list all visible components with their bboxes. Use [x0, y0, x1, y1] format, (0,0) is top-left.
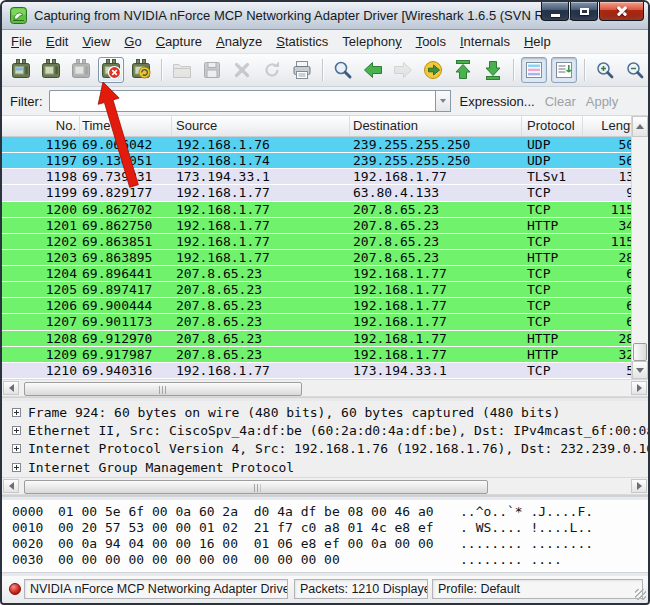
detail-line[interactable]: Frame 924: 60 bytes on wire (480 bits), …	[2, 403, 648, 421]
menu-go[interactable]: Go	[117, 31, 148, 52]
scroll-left-button[interactable]	[3, 479, 19, 493]
cell-time: 69.066042	[80, 137, 172, 152]
vscroll-thumb[interactable]	[633, 343, 647, 361]
packet-row-1204[interactable]: 120469.896441207.8.65.23192.168.1.77TCP6…	[2, 266, 648, 282]
hex-line[interactable]: 003000 00 00 00 00 00 00 00 00 00 00 00.…	[12, 552, 648, 568]
cell-destination: 192.168.1.77	[350, 331, 522, 346]
print-button[interactable]	[289, 57, 315, 83]
packet-row-1197[interactable]: 119769.134051192.168.1.74239.255.255.250…	[2, 153, 648, 169]
wireshark-window: Capturing from NVIDIA nForce MCP Network…	[0, 0, 650, 605]
reload-button[interactable]	[259, 57, 285, 83]
save-file-button[interactable]	[199, 57, 225, 83]
go-to-bottom-button[interactable]	[480, 57, 506, 83]
close-button[interactable]	[599, 2, 644, 21]
go-forward-button[interactable]	[390, 57, 416, 83]
column-header-source[interactable]: Source	[172, 116, 350, 136]
cell-destination: 207.8.65.23	[350, 202, 522, 217]
column-header-destination[interactable]: Destination	[350, 116, 522, 136]
menu-telephony[interactable]: Telephony	[335, 31, 408, 52]
menu-statistics[interactable]: Statistics	[269, 31, 335, 52]
list-interfaces-button[interactable]	[8, 57, 34, 83]
column-header-time[interactable]: Time	[80, 116, 172, 136]
column-header-protocol[interactable]: Protocol	[522, 116, 583, 136]
find-packet-button[interactable]	[330, 57, 356, 83]
cell-source: 207.8.65.23	[172, 266, 350, 281]
expand-plus-icon[interactable]	[12, 426, 21, 435]
expression-button[interactable]: Expression...	[460, 94, 535, 109]
column-header-no[interactable]: No.	[2, 116, 80, 136]
start-capture-button[interactable]	[68, 57, 94, 83]
menu-capture[interactable]: Capture	[149, 31, 209, 52]
menu-internals[interactable]: Internals	[453, 31, 517, 52]
filter-input[interactable]	[49, 90, 435, 112]
expand-plus-icon[interactable]	[12, 444, 21, 453]
scroll-right-button[interactable]	[631, 381, 647, 395]
go-back-button[interactable]	[360, 57, 386, 83]
menu-file[interactable]: File	[4, 31, 39, 52]
packet-row-1207[interactable]: 120769.901173207.8.65.23192.168.1.77TCP6…	[2, 314, 648, 330]
stop-capture-button[interactable]	[98, 57, 124, 83]
go-to-top-button[interactable]	[450, 57, 476, 83]
chevron-down-icon	[440, 99, 446, 103]
menu-view[interactable]: View	[75, 31, 117, 52]
detail-line[interactable]: Internet Protocol Version 4, Src: 192.16…	[2, 440, 648, 458]
cell-protocol: TCP	[522, 202, 583, 217]
cell-no: 1198	[2, 169, 80, 184]
detail-line[interactable]: Ethernet II, Src: CiscoSpv_4a:df:be (60:…	[2, 421, 648, 439]
packet-row-1206[interactable]: 120669.900444207.8.65.23192.168.1.77TCP6…	[2, 298, 648, 314]
packet-row-1208[interactable]: 120869.912970207.8.65.23192.168.1.77HTTP…	[2, 331, 648, 347]
packet-row-1196[interactable]: 119669.066042192.168.1.76239.255.255.250…	[2, 137, 648, 153]
minimize-button[interactable]	[541, 2, 569, 21]
title-bar[interactable]: Capturing from NVIDIA nForce MCP Network…	[2, 2, 648, 30]
cell-no: 1205	[2, 282, 80, 297]
triangle-left-icon	[9, 482, 14, 490]
hscroll-thumb[interactable]	[24, 382, 302, 396]
menu-bar: FileEditViewGoCaptureAnalyzeStatisticsTe…	[2, 30, 648, 54]
open-file-button[interactable]	[169, 57, 195, 83]
maximize-button[interactable]	[570, 2, 598, 21]
hscroll-thumb[interactable]	[24, 480, 488, 494]
hex-line[interactable]: 001000 20 57 53 00 00 01 02 21 f7 c0 a8 …	[12, 520, 648, 536]
hex-line[interactable]: 000001 00 5e 6f 00 0a 60 2a d0 4a df be …	[12, 504, 648, 520]
expand-plus-icon[interactable]	[12, 463, 21, 472]
scroll-left-button[interactable]	[3, 381, 19, 395]
packet-row-1209[interactable]: 120969.917987207.8.65.23192.168.1.77HTTP…	[2, 347, 648, 363]
capture-options-button[interactable]	[38, 57, 64, 83]
cell-protocol: TCP	[522, 298, 583, 313]
detail-line[interactable]: Internet Group Management Protocol	[2, 458, 648, 476]
packet-list-hscrollbar[interactable]	[2, 379, 648, 397]
packet-row-1201[interactable]: 120169.862750192.168.1.77207.8.65.23HTTP…	[2, 218, 648, 234]
scroll-right-button[interactable]	[631, 479, 647, 493]
hex-line[interactable]: 002000 0a 94 04 00 00 16 00 01 06 e8 ef …	[12, 536, 648, 552]
scroll-down-button[interactable]	[632, 361, 648, 379]
packet-row-1198[interactable]: 119869.739231173.194.33.1192.168.1.77TLS…	[2, 169, 648, 185]
clear-button[interactable]: Clear	[545, 94, 576, 109]
filter-dropdown-button[interactable]	[435, 90, 451, 112]
zoom-in-button[interactable]	[592, 57, 618, 83]
packet-row-1199[interactable]: 119969.829177192.168.1.7763.80.4.133TCP9…	[2, 185, 648, 201]
scroll-up-button[interactable]	[632, 116, 648, 137]
colorize-button[interactable]	[521, 57, 547, 83]
go-to-packet-button[interactable]	[420, 57, 446, 83]
packet-row-1210[interactable]: 121069.940316192.168.1.77173.194.33.1TCP…	[2, 363, 648, 379]
expand-plus-icon[interactable]	[12, 408, 21, 417]
close-file-button[interactable]	[229, 57, 255, 83]
menu-help[interactable]: Help	[517, 31, 558, 52]
packet-list-vscrollbar[interactable]	[631, 116, 648, 379]
restart-capture-button[interactable]	[128, 57, 154, 83]
apply-button[interactable]: Apply	[586, 94, 619, 109]
go-forward-icon	[391, 58, 415, 82]
zoom-out-button[interactable]	[622, 57, 648, 83]
cell-source: 192.168.1.77	[172, 363, 350, 378]
packet-row-1205[interactable]: 120569.897417207.8.65.23192.168.1.77TCP6…	[2, 282, 648, 298]
menu-edit[interactable]: Edit	[39, 31, 75, 52]
packet-row-1202[interactable]: 120269.863851192.168.1.77207.8.65.23TCP1…	[2, 234, 648, 250]
details-hscrollbar[interactable]	[2, 477, 648, 495]
resize-grip[interactable]	[635, 589, 646, 600]
packet-row-1200[interactable]: 120069.862702192.168.1.77207.8.65.23TCP1…	[2, 202, 648, 218]
packet-row-1203[interactable]: 120369.863895192.168.1.77207.8.65.23HTTP…	[2, 250, 648, 266]
auto-scroll-button[interactable]	[551, 57, 577, 83]
menu-analyze[interactable]: Analyze	[209, 31, 269, 52]
menu-tools[interactable]: Tools	[409, 31, 453, 52]
hex-ascii: ..^o..`* .J....F.	[460, 504, 648, 520]
